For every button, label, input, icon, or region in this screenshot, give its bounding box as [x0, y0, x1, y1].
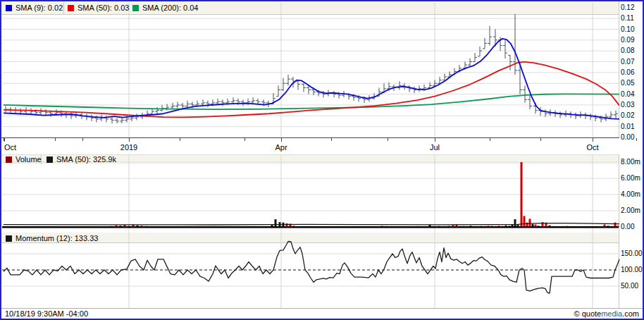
- x-tick: [244, 138, 245, 141]
- y-tick-label: 0.04: [621, 90, 634, 99]
- sma9-legend-chip-icon: [6, 5, 12, 11]
- y-tick-label: 4.00m: [621, 190, 640, 199]
- legend-item-sma200: SMA (200): 0.04: [132, 4, 199, 12]
- y-tick-label: 0.12: [621, 4, 634, 12]
- y-tick-label: 2.00m: [621, 207, 640, 215]
- sma50-legend-label: SMA (50): 0.03: [78, 4, 129, 12]
- y-tick-label: 0.00: [621, 223, 634, 231]
- chart-window: SMA (9): 0.02 SMA (50): 0.03 SMA (200): …: [0, 0, 644, 320]
- sma50-legend-chip-icon: [68, 5, 74, 11]
- y-tick-label: 150.00: [621, 250, 643, 258]
- x-tick: [636, 138, 637, 141]
- y-tick-label: 0.03: [621, 101, 634, 109]
- legend-item-sma50: SMA (50): 0.03: [68, 4, 129, 12]
- x-tick-label: Apr: [275, 143, 287, 152]
- y-tick-label: 100.00: [621, 266, 643, 274]
- momentum-chart-area[interactable]: [1, 244, 619, 308]
- y-tick-label: 0.08: [621, 47, 634, 55]
- volume-legend-label: Volume: [16, 155, 42, 164]
- volume-chart-area[interactable]: [1, 164, 619, 229]
- x-tick-label: Jul: [430, 143, 440, 152]
- x-tick: [540, 138, 541, 141]
- x-tick: [82, 138, 83, 141]
- x-tick: [281, 138, 282, 142]
- date-axis: Oct2019AprJulOct: [1, 137, 619, 154]
- copyright-text: © quote: [574, 309, 601, 318]
- brand-suffix-text: .com: [622, 309, 639, 318]
- legend-item-momentum: Momentum (12): 133.33: [6, 234, 98, 242]
- price-chart-area[interactable]: [1, 16, 619, 137]
- legend-item-sma9: SMA (9): 0.02: [6, 4, 63, 12]
- volume-sma50-legend-chip-icon: [47, 156, 53, 163]
- x-tick: [4, 138, 5, 142]
- sma9-legend-label: SMA (9): 0.02: [16, 4, 63, 12]
- timestamp: 10/18/19 9:30AM -04:00: [5, 309, 88, 319]
- x-tick: [388, 138, 388, 141]
- legend-item-volume: Volume: [6, 155, 42, 164]
- y-tick-label: 8.00m: [621, 158, 640, 166]
- x-tick: [435, 138, 435, 142]
- y-tick-label: 0.05: [621, 79, 634, 87]
- x-tick: [490, 138, 490, 141]
- y-tick-label: 0.07: [621, 58, 634, 66]
- x-tick: [331, 138, 332, 141]
- status-bar: 10/18/19 9:30AM -04:00 © quotemedia.com: [1, 308, 643, 319]
- x-tick: [593, 138, 593, 142]
- y-tick-label: 0.00: [621, 133, 634, 142]
- y-tick-label: 0.01: [621, 123, 634, 131]
- volume-legend-chip-icon: [6, 156, 12, 163]
- y-tick-label: 0.02: [621, 111, 634, 120]
- quotemedia-logo: © quotemedia.com: [574, 309, 639, 319]
- momentum-legend: Momentum (12): 133.33: [6, 234, 98, 242]
- brand-text: media: [601, 309, 622, 318]
- x-tick-label: 2019: [120, 143, 137, 152]
- momentum-legend-chip-icon: [6, 235, 12, 242]
- x-tick: [129, 138, 130, 142]
- y-tick-label: 6.00m: [621, 174, 640, 183]
- legend-item-volume-sma50: SMA (50): 325.9k: [47, 155, 116, 164]
- y-tick-label: 0.09: [621, 36, 634, 44]
- momentum-legend-label: Momentum (12): 133.33: [16, 234, 98, 242]
- y-tick-label: 0.11: [621, 14, 634, 23]
- x-tick: [55, 138, 56, 141]
- sma200-legend-chip-icon: [132, 5, 139, 11]
- y-tick-label: 50.00: [621, 282, 638, 290]
- sma200-legend-label: SMA (200): 0.04: [142, 4, 199, 12]
- y-tick-label: 0.06: [621, 68, 634, 77]
- x-tick-label: Oct: [4, 143, 16, 152]
- y-tick-label: 0.10: [621, 25, 634, 34]
- volume-sma50-legend-label: SMA (50): 325.9k: [56, 155, 116, 164]
- x-tick-label: Oct: [586, 143, 598, 152]
- x-tick: [180, 138, 180, 141]
